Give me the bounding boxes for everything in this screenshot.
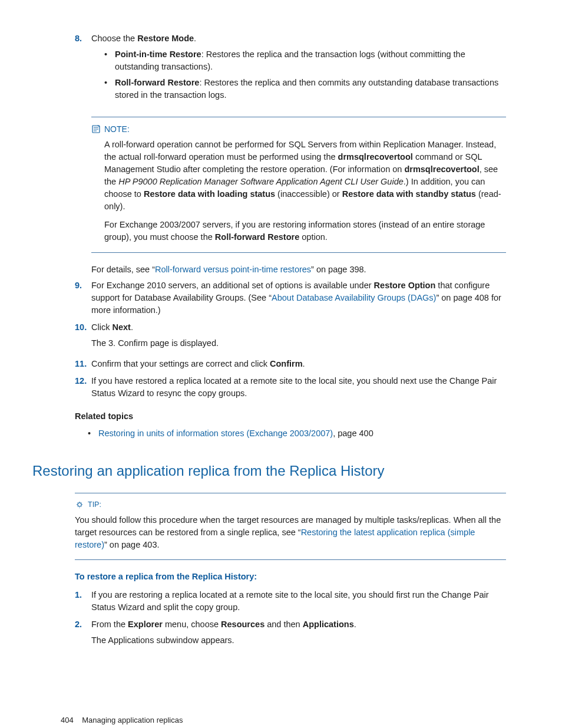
bold: Roll-forward Restore [115, 78, 199, 87]
note-paragraph: For Exchange 2003/2007 servers, if you a… [104, 219, 506, 243]
sub-paragraph: The Applications subwindow appears. [91, 634, 506, 647]
tip-heading: TIP: [75, 499, 506, 510]
text: Choose the [91, 34, 137, 43]
step-12: 12. If you have restored a replica locat… [75, 375, 506, 400]
bullet-dot: • [104, 77, 115, 101]
note-label: NOTE: [104, 123, 130, 135]
step-number: 11. [75, 358, 91, 370]
link-about-dags[interactable]: About Database Availability Groups (DAGs… [272, 293, 436, 302]
svg-point-1 [78, 502, 81, 506]
tip-label: TIP: [88, 499, 101, 510]
lightbulb-icon [75, 500, 84, 510]
related-topic-item: • Restoring in units of information stor… [88, 427, 506, 440]
page-footer: 404 Managing application replicas [32, 715, 506, 726]
note-heading: NOTE: [91, 123, 506, 135]
tip-box: TIP: You should follow this procedure wh… [75, 493, 506, 559]
step-11: 11. Confirm that your settings are corre… [75, 358, 506, 370]
bullet-dot: • [88, 427, 98, 440]
bullet-dot: • [104, 48, 115, 73]
sub-paragraph: The 3. Confirm page is displayed. [91, 337, 506, 350]
related-topics-heading: Related topics [75, 410, 506, 423]
step-8: 8. Choose the Restore Mode. • Point-in-t… [75, 32, 506, 105]
bold: Point-in-time Restore [115, 50, 201, 59]
note-icon [91, 124, 101, 134]
bullet-item: • Roll-forward Restore: Restores the rep… [104, 77, 506, 101]
paragraph: For details, see “Roll-forward versus po… [91, 263, 506, 276]
step-number: 2. [75, 618, 91, 650]
tip-paragraph: You should follow this procedure when th… [75, 514, 506, 551]
page-content: 8. Choose the Restore Mode. • Point-in-t… [32, 32, 506, 650]
step-body: Choose the Restore Mode. • Point-in-time… [91, 32, 506, 105]
step-number: 9. [75, 279, 91, 317]
section-heading-restoring-replica-history: Restoring an application replica from th… [32, 461, 506, 482]
step-number: 12. [75, 375, 91, 400]
step-number: 1. [75, 589, 91, 614]
step-9: 9. For Exchange 2010 servers, an additio… [75, 279, 506, 317]
bullet-item: • Point-in-time Restore: Restores the re… [104, 48, 506, 73]
link-roll-forward-vs-pit[interactable]: Roll-forward versus point-in-time restor… [155, 265, 311, 274]
text: . [194, 34, 196, 43]
link-restoring-info-stores[interactable]: Restoring in units of information stores… [98, 429, 333, 438]
step-number: 10. [75, 321, 91, 353]
note-box: NOTE: A roll-forward operation cannot be… [91, 117, 506, 252]
page-number: 404 [61, 716, 74, 724]
note-paragraph: A roll-forward operation cannot be perfo… [104, 139, 506, 213]
procedure-heading: To restore a replica from the Replica Hi… [75, 571, 506, 583]
bold: Restore Mode [137, 34, 194, 43]
step-10: 10. Click Next. The 3. Confirm page is d… [75, 321, 506, 353]
proc-step-2: 2. From the Explorer menu, choose Resour… [75, 618, 506, 650]
chapter-title: Managing application replicas [82, 716, 183, 724]
proc-step-1: 1. If you are restoring a replica locate… [75, 589, 506, 614]
step-number: 8. [75, 32, 91, 105]
